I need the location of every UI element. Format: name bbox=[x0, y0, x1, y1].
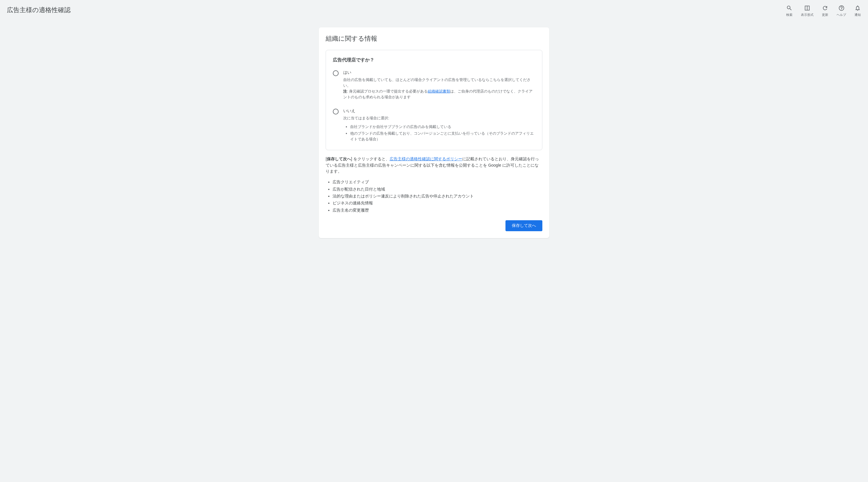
no-desc-text: 次に当てはまる場合に選択: bbox=[343, 116, 389, 120]
policy-text: [保存して次へ] をクリックすると、広告主様の適格性確認に関するポリシーに記載さ… bbox=[326, 156, 542, 175]
main-card: 組織に関する情報 広告代理店ですか？ はい 自社の広告を掲載していても、ほとんど… bbox=[319, 27, 549, 238]
info-list: 広告クリエイティブ 広告が配信された日付と地域 法的な理由またはポリシー違反によ… bbox=[333, 179, 542, 213]
radio-desc-yes: 自社の広告を掲載していても、ほとんどの場合クライアントの広告を管理しているならこ… bbox=[343, 77, 535, 100]
radio-content-no: いいえ 次に当てはまる場合に選択: 自社ブランドか自社サブブランドの広告のみを掲… bbox=[343, 109, 535, 143]
info-bullet-3: 法的な理由またはポリシー違反により削除された広告や停止されたアカウント bbox=[333, 193, 542, 199]
help-label: ヘルプ bbox=[837, 13, 846, 17]
appearance-icon bbox=[804, 5, 811, 11]
radio-option-no[interactable]: いいえ 次に当てはまる場合に選択: 自社ブランドか自社サブブランドの広告のみを掲… bbox=[333, 109, 535, 143]
question-box: 広告代理店ですか？ はい 自社の広告を掲載していても、ほとんどの場合クライアント… bbox=[326, 50, 542, 150]
header-actions: 検索 表示形式 更新 ヘルプ 通知 bbox=[786, 5, 861, 17]
org-docs-link[interactable]: 組織確認書類 bbox=[428, 89, 450, 93]
note-part1: : 身元確認プロセスの一環で提出する必要がある bbox=[347, 89, 428, 93]
notifications-button[interactable]: 通知 bbox=[854, 5, 861, 17]
info-bullet-5: 広告主名の変更履歴 bbox=[333, 207, 542, 213]
bell-icon bbox=[854, 5, 861, 11]
radio-content-yes: はい 自社の広告を掲載していても、ほとんどの場合クライアントの広告を管理している… bbox=[343, 70, 535, 100]
search-button[interactable]: 検索 bbox=[786, 5, 793, 17]
info-bullet-4: ビジネスの連絡先情報 bbox=[333, 200, 542, 206]
policy-bold: 保存して次へ bbox=[327, 156, 351, 161]
yes-desc-text: 自社の広告を掲載していても、ほとんどの場合クライアントの広告を管理しているならこ… bbox=[343, 78, 531, 88]
save-next-button[interactable]: 保存して次へ bbox=[505, 220, 542, 231]
radio-circle-no[interactable] bbox=[333, 109, 339, 115]
radio-label-no: いいえ bbox=[343, 109, 535, 114]
note-label: 注 bbox=[343, 89, 347, 93]
page-title: 広告主様の適格性確認 bbox=[7, 5, 71, 14]
refresh-icon bbox=[822, 5, 829, 11]
policy-after-bold: ] をクリックすると、 bbox=[351, 156, 390, 161]
radio-desc-no: 次に当てはまる場合に選択: 自社ブランドか自社サブブランドの広告のみを掲載してい… bbox=[343, 115, 535, 143]
question-title: 広告代理店ですか？ bbox=[333, 57, 535, 63]
radio-label-yes: はい bbox=[343, 70, 535, 75]
appearance-label: 表示形式 bbox=[801, 13, 813, 17]
help-button[interactable]: ヘルプ bbox=[837, 5, 846, 17]
search-icon bbox=[786, 5, 793, 11]
refresh-button[interactable]: 更新 bbox=[822, 5, 829, 17]
radio-circle-yes[interactable] bbox=[333, 70, 339, 76]
no-bullet-1: 自社ブランドか自社サブブランドの広告のみを掲載している bbox=[350, 124, 535, 130]
refresh-label: 更新 bbox=[822, 13, 828, 17]
button-row: 保存して次へ bbox=[326, 220, 542, 231]
info-bullet-2: 広告が配信された日付と地域 bbox=[333, 186, 542, 192]
no-bullet-2: 他のブランドの広告を掲載しており、コンバージョンごとに支払いを行っている（そのブ… bbox=[350, 130, 535, 143]
radio-option-yes[interactable]: はい 自社の広告を掲載していても、ほとんどの場合クライアントの広告を管理している… bbox=[333, 70, 535, 100]
card-title: 組織に関する情報 bbox=[326, 34, 542, 43]
policy-link[interactable]: 広告主様の適格性確認に関するポリシー bbox=[390, 156, 462, 161]
info-bullet-1: 広告クリエイティブ bbox=[333, 179, 542, 185]
search-label: 検索 bbox=[786, 13, 793, 17]
notifications-label: 通知 bbox=[855, 13, 861, 17]
appearance-button[interactable]: 表示形式 bbox=[801, 5, 813, 17]
help-icon bbox=[838, 5, 845, 11]
no-bullet-list: 自社ブランドか自社サブブランドの広告のみを掲載している 他のブランドの広告を掲載… bbox=[350, 124, 535, 142]
